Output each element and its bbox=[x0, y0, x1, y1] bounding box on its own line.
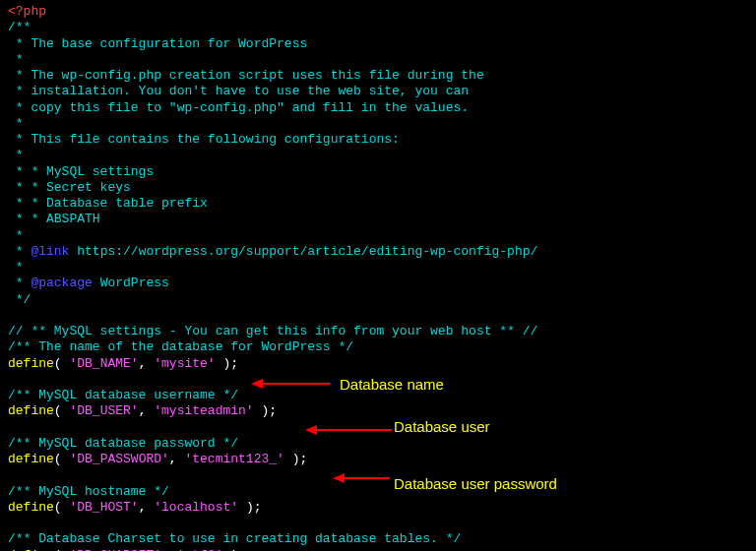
define-db-charset: define( 'DB_CHARSET', 'utf8' ); bbox=[8, 548, 748, 552]
comment-line: * bbox=[8, 116, 748, 132]
annotation-db-name: Database name bbox=[340, 376, 444, 395]
comment-line: * bbox=[8, 52, 748, 68]
define-db-name: define( 'DB_NAME', 'mysite' ); bbox=[8, 356, 748, 372]
comment-line: * * ABSPATH bbox=[8, 212, 748, 227]
db-charset-comment: /** Database Charset to use in creating … bbox=[8, 531, 748, 547]
package-tag: @package bbox=[31, 276, 92, 290]
comment-line: * The wp-config.php creation script uses… bbox=[8, 68, 748, 84]
annotation-db-user: Database user bbox=[394, 418, 490, 437]
define-db-password: define( 'DB_PASSWORD', 'tecmint123_' ); bbox=[8, 452, 748, 467]
php-open-tag: <?php bbox=[8, 4, 46, 19]
define-db-host: define( 'DB_HOST', 'localhost' ); bbox=[8, 500, 748, 516]
link-tag: @link bbox=[31, 244, 69, 259]
comment-line: * * Database table prefix bbox=[8, 196, 748, 212]
comment-end: */ bbox=[8, 292, 748, 308]
comment-line: * * MySQL settings bbox=[8, 164, 748, 180]
comment-line: * This file contains the following confi… bbox=[8, 132, 748, 148]
comment-line: * bbox=[8, 228, 748, 244]
comment-link-line: * @link https://wordpress.org/support/ar… bbox=[8, 244, 748, 260]
comment-line: * installation. You don't have to use th… bbox=[8, 84, 748, 99]
package-name: WordPress bbox=[93, 276, 169, 290]
comment-line: * copy this file to "wp-config.php" and … bbox=[8, 100, 748, 116]
comment-line: * * Secret keys bbox=[8, 180, 748, 196]
link-url: https://wordpress.org/support/article/ed… bbox=[69, 244, 537, 259]
annotation-db-password: Database user password bbox=[394, 475, 557, 494]
comment-line: * The base configuration for WordPress bbox=[8, 36, 748, 52]
mysql-settings-comment: // ** MySQL settings - You can get this … bbox=[8, 324, 748, 339]
define-db-user: define( 'DB_USER', 'mysiteadmin' ); bbox=[8, 403, 748, 419]
db-host-comment: /** MySQL hostname */ bbox=[8, 484, 748, 500]
comment-line: * bbox=[8, 148, 748, 163]
db-password-comment: /** MySQL database password */ bbox=[8, 436, 748, 452]
comment-package-line: * @package WordPress bbox=[8, 276, 748, 291]
comment-line: /** bbox=[8, 20, 748, 35]
comment-line: * bbox=[8, 260, 748, 276]
db-name-comment: /** The name of the database for WordPre… bbox=[8, 339, 748, 355]
